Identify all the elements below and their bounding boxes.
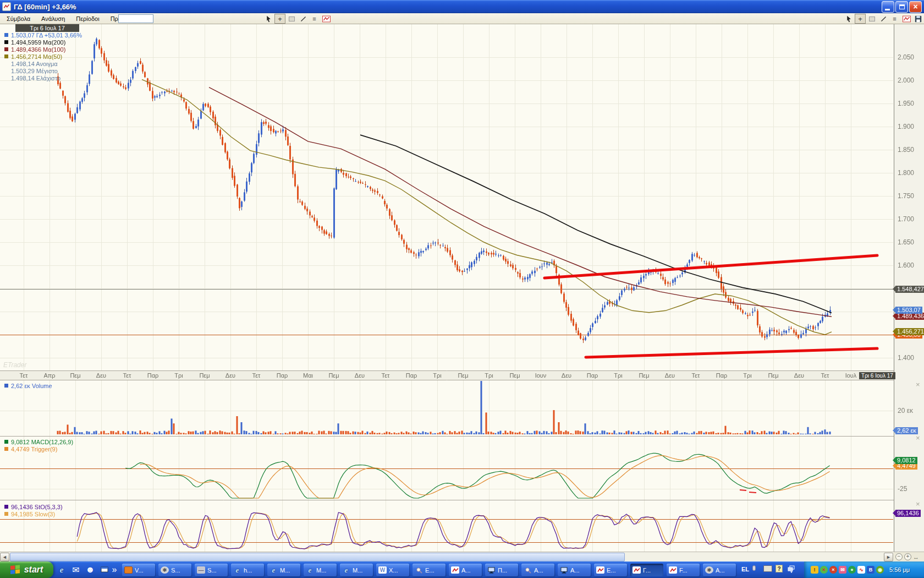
taskbar-button-Π[interactable]: Π... [485,564,518,576]
chart-type-icon[interactable] [321,14,332,24]
price-axis-tick: 1.950 [898,100,914,107]
menu-periods[interactable]: Περίοδοι [70,14,105,24]
save-icon[interactable] [912,14,923,24]
zoom-out-icon[interactable]: − [895,553,903,560]
pointer-tool-icon[interactable] [843,14,854,24]
gear-icon: ✱ [705,566,713,574]
date-axis-label: Δευ [794,372,804,379]
date-axis-label: Απρ [43,372,55,379]
legend-swatch [4,440,8,444]
restore-button[interactable] [895,1,908,13]
taskbar-button-h[interactable]: eh... [231,564,264,576]
restore-panel-icon[interactable] [788,565,795,573]
zoom-in-icon[interactable]: + [904,553,911,560]
menu-symbols[interactable]: Σύμβολα [1,14,36,24]
chart-window-icon [632,566,641,574]
minimize-button[interactable] [882,1,894,13]
crosshair-tool-icon[interactable]: + [855,14,866,24]
taskbar-button-Ε[interactable]: Ε... [594,564,627,576]
taskbar-button-M[interactable]: eM... [340,564,373,576]
taskbar-button-M[interactable]: eM... [267,564,300,576]
taskbar-button-label: Γ... [643,567,651,574]
bluetooth-icon[interactable]: B [867,566,875,574]
panel-close-icon[interactable]: × [916,382,920,388]
fit-width-icon[interactable]: ↔ [913,554,919,560]
taskbar-button-Α[interactable]: Α... [521,564,554,576]
gear-icon: ✱ [161,566,169,574]
minimize-icon [885,9,890,10]
date-axis-label: Τετ [252,372,261,379]
start-button[interactable]: start [0,561,53,578]
green-status-icon[interactable]: ● [848,566,856,574]
legend-text: 1.503,07 ΓΔ +53,01 3,66% [11,32,82,39]
indicator-tool-icon[interactable]: ≡ [889,14,900,24]
horizontal-scrollbar[interactable]: ◄ ► [0,552,894,561]
scroll-right-button[interactable]: ► [884,553,893,561]
scrollbar-thumb[interactable] [10,553,625,561]
legend-text: 9,0812 MACD(12,26,9) [11,439,73,445]
taskbar-button-A[interactable]: A... [449,564,482,576]
symbol-input[interactable] [118,14,153,23]
panel-legend-row: 4,4749 Trigger(9) [4,445,57,452]
taskbar-button-X[interactable]: WX... [376,564,409,576]
chart-app-icon[interactable]: ∿ [857,566,865,574]
date-axis-label: Τετ [821,372,829,379]
taskbar-button-label: A... [461,567,471,574]
menu-analysis[interactable]: Ανάλυση [36,14,70,24]
taskbar-button-F[interactable]: F... [667,564,700,576]
ie-icon: e [270,566,278,574]
microphone-icon[interactable] [752,565,756,571]
ie-icon: e [342,566,350,574]
region-tool-icon[interactable] [866,14,877,24]
trendline-tool-icon[interactable] [878,14,889,24]
graphics-icon[interactable]: ◉ [876,566,884,574]
quicklaunch-show-desktop-icon[interactable] [98,563,111,576]
taskbar-button-S[interactable]: ✱S... [158,564,191,576]
chart-type-icon[interactable] [901,14,912,24]
taskbar-button-S[interactable]: —S... [195,564,228,576]
shield-warning-icon[interactable]: ! [811,566,818,574]
sto-value-box: 96,1436 [895,510,921,517]
taskbar-button-M[interactable]: eM... [304,564,337,576]
tray-icons: !××✉●∿B◉ [811,566,884,574]
help-icon[interactable]: ? [776,565,783,572]
messenger-icon[interactable]: ✉ [839,566,846,574]
pointer-tool-icon[interactable] [263,14,274,24]
keyboard-icon[interactable] [763,565,772,572]
quicklaunch-ie-icon[interactable]: e [55,563,68,576]
application-window: ΓΔ [60min] +3,66% × Σύμβολα Ανάλυση Περί… [0,0,924,578]
taskbar-button-V[interactable]: V... [122,564,155,576]
price-axis-box: 1.456,271 [895,328,924,335]
panel-close-icon[interactable]: × [916,501,920,507]
status-error-icon[interactable]: × [820,566,828,574]
taskbar-button-label: F... [679,567,688,574]
macd-value-box: 9,0812 [895,457,917,464]
taskbar-button-Γ[interactable]: Γ... [630,564,663,576]
trendline-tool-icon[interactable] [298,14,309,24]
crosshair-tool-icon[interactable]: + [274,14,285,24]
date-axis-label: Δευ [562,372,571,379]
quicklaunch-messenger-icon[interactable]: ☻ [84,563,97,576]
close-button[interactable]: × [909,1,922,13]
language-indicator[interactable]: EL [741,566,749,572]
panel-close-icon[interactable]: × [916,435,920,441]
date-axis-label: Παρ [277,372,288,379]
date-axis-label: Παρ [716,372,728,379]
taskbar-button-Α[interactable]: Α... [558,564,591,576]
call-error-icon[interactable]: × [829,566,837,574]
taskbar-button-E[interactable]: E... [413,564,446,576]
quicklaunch-outlook-icon[interactable]: ✉ [69,563,82,576]
chart-canvas[interactable] [0,24,924,552]
region-tool-icon[interactable] [286,14,297,24]
taskbar-button-A[interactable]: ✱A... [703,564,736,576]
date-axis-label: Πεμ [199,372,210,379]
price-axis-tick: 1.600 [898,261,914,269]
price-axis-tick: 1.850 [898,146,914,154]
scroll-left-button[interactable]: ◄ [0,553,9,561]
indicator-tool-icon[interactable]: ≡ [309,14,320,24]
price-axis-tick: 2.050 [898,53,914,61]
ie-icon: e [306,566,314,574]
quicklaunch-chevron-icon[interactable]: » [111,563,118,576]
search-icon [415,566,423,574]
price-axis-box: 1.503,07 [895,307,922,314]
